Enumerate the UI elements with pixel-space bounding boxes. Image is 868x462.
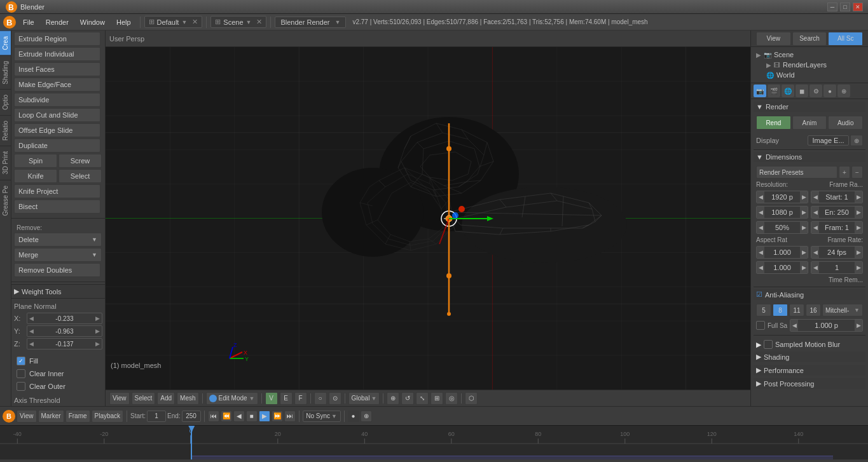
play-button[interactable]: ▶ <box>259 411 270 422</box>
sampled-motion-blur-row[interactable]: ▶ Sampled Motion Blur <box>754 337 865 351</box>
left-arrow-icon[interactable]: ◀ <box>811 191 819 203</box>
scene-properties-icon[interactable]: 📷 <box>754 85 766 97</box>
marker-menu[interactable]: Marker <box>38 410 64 423</box>
viewport-add-menu[interactable]: Add <box>157 392 175 405</box>
jump-start-button[interactable]: ⏮ <box>208 411 219 422</box>
edit-mode-selector[interactable]: Edit Mode ▼ <box>206 392 258 405</box>
make-edge-face-button[interactable]: Make Edge/Face <box>14 78 100 92</box>
viewport[interactable]: User Persp <box>106 31 750 406</box>
vtab-grease[interactable]: Grease Pe <box>0 180 11 221</box>
object-properties-icon[interactable]: ◼ <box>796 85 808 97</box>
full-sample-value-field[interactable]: ◀ 1.000 p ▶ <box>790 319 863 332</box>
physics-properties-icon[interactable]: ⊕ <box>837 85 850 97</box>
spin-button[interactable]: Spin <box>14 154 57 168</box>
screw-button[interactable]: Screw <box>59 154 102 168</box>
time-rem-field[interactable]: ◀ 1 ▶ <box>811 261 863 274</box>
end-frame-field[interactable]: 250 <box>182 411 201 422</box>
search-tab[interactable]: Search <box>792 32 827 46</box>
fps-field[interactable]: ◀ 24 fps ▶ <box>811 246 863 259</box>
aa-16-button[interactable]: 16 <box>806 304 821 316</box>
render-menu[interactable]: Render <box>41 17 74 27</box>
fill-checkbox[interactable] <box>17 357 25 365</box>
workspace-selector[interactable]: ⊞ Default ▼ ✕ <box>144 16 203 28</box>
render-presets-dropdown[interactable]: Render Presets <box>756 166 837 179</box>
y-value-field[interactable]: ◀ -0.963 ▶ <box>27 325 102 337</box>
vertex-select-button[interactable]: V <box>265 392 278 405</box>
right-arrow-icon[interactable]: ▶ <box>855 206 862 219</box>
file-menu[interactable]: File <box>18 17 39 27</box>
resolution-pct-field[interactable]: ◀ 50% ▶ <box>756 221 808 234</box>
vtab-relations[interactable]: Relatio <box>0 115 11 146</box>
viewport-select-menu[interactable]: Select <box>132 392 156 405</box>
display-value[interactable]: Image E... <box>808 135 849 146</box>
clear-outer-checkbox[interactable] <box>17 382 25 391</box>
transform-manipulator-button[interactable]: ⊕ <box>387 392 399 405</box>
right-arrow-icon[interactable]: ▶ <box>855 246 862 259</box>
merge-dropdown[interactable]: Merge ▼ <box>14 248 102 262</box>
vtab-3dprint[interactable]: 3D Print <box>0 146 11 179</box>
next-keyframe-button[interactable]: ⏩ <box>272 411 283 422</box>
render-preview-button[interactable]: ⬡ <box>465 392 478 405</box>
full-sample-checkbox[interactable] <box>756 321 765 330</box>
view-tab[interactable]: View <box>756 32 791 46</box>
viewport-mesh-menu[interactable]: Mesh <box>177 392 198 405</box>
audio-button[interactable]: Audio <box>828 116 863 130</box>
minimize-button[interactable]: ─ <box>827 3 837 11</box>
aa-11-button[interactable]: 11 <box>789 304 804 316</box>
end-frame-field[interactable]: ◀ En: 250 ▶ <box>811 206 863 219</box>
render-layers-item[interactable]: ▶ 🎞 RenderLayers <box>754 60 865 70</box>
left-arrow-icon[interactable]: ◀ <box>811 246 819 259</box>
material-properties-icon[interactable]: ● <box>823 85 836 97</box>
left-arrow-icon[interactable]: ◀ <box>757 261 764 274</box>
aa-8-button[interactable]: 8 <box>773 304 788 316</box>
stop-button[interactable]: ■ <box>246 411 258 422</box>
remove-doubles-button[interactable]: Remove Doubles <box>14 263 100 277</box>
right-arrow-icon[interactable]: ▶ <box>800 206 808 219</box>
left-arrow-icon[interactable]: ◀ <box>811 221 819 234</box>
viewport-canvas[interactable]: X Y Z (1) model_mesh <box>106 47 750 390</box>
x-value-field[interactable]: ◀ -0.233 ▶ <box>27 313 102 324</box>
global-local-selector[interactable]: Global ▼ <box>348 392 380 405</box>
rotate-manipulator-button[interactable]: ↺ <box>401 392 414 405</box>
close-button[interactable]: ✕ <box>853 3 863 11</box>
extrude-individual-button[interactable]: Extrude Individual <box>14 47 100 61</box>
inset-faces-button[interactable]: Inset Faces <box>14 62 100 76</box>
onion-button[interactable]: ◎ <box>445 392 458 405</box>
left-arrow-icon[interactable]: ◀ <box>757 206 764 219</box>
right-arrow-icon[interactable]: ▶ <box>855 261 862 274</box>
extrude-region-button[interactable]: Extrude Region <box>14 32 100 46</box>
snap-button[interactable]: ⊙ <box>329 392 341 405</box>
subdivide-button[interactable]: Subdivide <box>14 93 100 107</box>
performance-header[interactable]: ▶ Performance <box>754 365 865 376</box>
frame-menu[interactable]: Frame <box>65 410 90 423</box>
anim-button[interactable]: Anim <box>792 116 827 130</box>
aa-header[interactable]: ☑ Anti-Aliasing <box>754 289 865 300</box>
dimensions-header[interactable]: ▼ Dimensions <box>754 152 865 162</box>
clear-inner-checkbox[interactable] <box>17 369 25 378</box>
vtab-create[interactable]: Crea <box>0 31 11 55</box>
current-frame-field[interactable]: ◀ Fram: 1 ▶ <box>811 221 863 234</box>
prev-keyframe-button[interactable]: ⏪ <box>221 411 232 422</box>
knife-button[interactable]: Knife <box>14 169 57 183</box>
rend-button[interactable]: Rend <box>756 116 791 130</box>
vtab-options[interactable]: Optio <box>0 89 11 115</box>
offset-edge-slide-button[interactable]: Offset Edge Slide <box>14 123 100 137</box>
motion-blur-checkbox[interactable] <box>764 340 773 349</box>
timeline-ruler[interactable]: -40 -20 0 20 40 60 80 100 120 <box>0 426 868 459</box>
left-arrow-icon[interactable]: ◀ <box>790 319 798 332</box>
right-arrow-icon[interactable]: ▶ <box>855 191 862 203</box>
playback-menu[interactable]: Playback <box>92 410 124 423</box>
post-processing-header[interactable]: ▶ Post Processing <box>754 378 865 389</box>
delete-dropdown[interactable]: Delete ▼ <box>14 233 102 247</box>
maximize-button[interactable]: □ <box>840 3 850 11</box>
world-item[interactable]: 🌐 World <box>754 70 865 80</box>
all-scenes-tab[interactable]: All Sc <box>828 32 863 46</box>
left-arrow-icon[interactable]: ◀ <box>811 261 819 274</box>
scale-manipulator-button[interactable]: ⤡ <box>416 392 429 405</box>
right-arrow-icon[interactable]: ▶ <box>800 246 808 259</box>
no-sync-dropdown[interactable]: No Sync ▼ <box>303 411 341 422</box>
window-menu[interactable]: Window <box>75 17 110 27</box>
left-arrow-icon[interactable]: ◀ <box>757 246 764 259</box>
duplicate-button[interactable]: Duplicate <box>14 139 100 153</box>
aspect-x-field[interactable]: ◀ 1.000 ▶ <box>756 246 808 259</box>
